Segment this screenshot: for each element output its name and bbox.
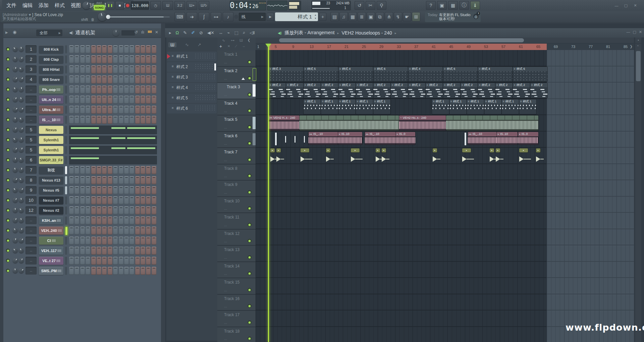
track-options-icon[interactable]: ⋯ bbox=[224, 192, 227, 195]
channel-number[interactable]: 7 bbox=[25, 166, 37, 174]
step-cell[interactable] bbox=[146, 216, 151, 225]
step-cell[interactable] bbox=[135, 86, 140, 94]
step-cell[interactable] bbox=[91, 216, 96, 225]
mini-clip-header[interactable]: ▸ bbox=[433, 148, 437, 152]
step-cell[interactable] bbox=[102, 267, 107, 275]
channel-mute-led[interactable] bbox=[6, 148, 10, 152]
channel-select-indicator[interactable] bbox=[65, 96, 67, 104]
step-cell[interactable] bbox=[97, 45, 101, 53]
channel-select-indicator[interactable] bbox=[65, 126, 67, 134]
tab-patterns[interactable]: Ш bbox=[168, 42, 176, 47]
step-cell[interactable] bbox=[69, 247, 74, 255]
step-cell[interactable] bbox=[108, 267, 112, 275]
timeline-ruler[interactable]: 1591317212529333741454953576165697377818… bbox=[256, 44, 634, 50]
snap-selector[interactable]: 线 ▶ bbox=[239, 13, 266, 21]
scroll-options-button[interactable]: • bbox=[635, 38, 641, 43]
playlist-minimize-button[interactable]: — bbox=[626, 30, 630, 34]
add-pattern-button[interactable]: + bbox=[319, 13, 326, 21]
track-options-icon[interactable]: ⋯ bbox=[224, 110, 227, 113]
step-cell[interactable] bbox=[108, 186, 112, 194]
channel-number[interactable]: 6 bbox=[25, 156, 37, 164]
step-cell[interactable] bbox=[124, 186, 129, 194]
channel-button-Nexus #5[interactable]: Nexus #5 bbox=[39, 186, 63, 194]
track-mute-led[interactable] bbox=[248, 337, 252, 341]
step-cell[interactable] bbox=[124, 267, 129, 275]
channel-select-indicator[interactable] bbox=[65, 267, 67, 275]
save-icon[interactable]: ▣ bbox=[437, 1, 447, 10]
step-cell[interactable] bbox=[74, 216, 79, 225]
track-header-2[interactable]: Track 2⋯ bbox=[217, 67, 256, 83]
channel-mute-led[interactable] bbox=[6, 218, 10, 222]
mini-clip-header[interactable]: ▸ bbox=[490, 148, 494, 152]
channel-pan-knob[interactable] bbox=[13, 258, 18, 263]
minimize-button[interactable]: — bbox=[613, 3, 620, 8]
channel-number[interactable]: 8 bbox=[25, 176, 37, 184]
step-cell[interactable] bbox=[102, 247, 107, 255]
step-cell[interactable] bbox=[86, 55, 90, 63]
step-cell[interactable] bbox=[113, 216, 118, 225]
step-cell[interactable] bbox=[124, 176, 129, 184]
step-cell[interactable] bbox=[108, 86, 112, 94]
step-cell[interactable] bbox=[86, 267, 90, 275]
step-cell[interactable] bbox=[119, 216, 123, 225]
channel-pan-knob[interactable] bbox=[13, 137, 18, 142]
track-header-4[interactable]: Track 4⋯ bbox=[217, 99, 256, 116]
step-cell[interactable] bbox=[146, 55, 151, 63]
step-cell[interactable] bbox=[74, 186, 79, 194]
pattern-selector[interactable]: 样式 1 ▲▼ bbox=[275, 12, 318, 21]
step-cell[interactable] bbox=[119, 257, 123, 265]
channel-number[interactable]: 3 bbox=[25, 65, 37, 73]
channel-mute-led[interactable] bbox=[6, 108, 10, 111]
step-cell[interactable] bbox=[69, 206, 74, 214]
step-cell[interactable] bbox=[135, 106, 140, 114]
step-cell[interactable] bbox=[152, 166, 156, 174]
channel-number[interactable]: -- bbox=[25, 216, 37, 224]
channel-volume-knob[interactable] bbox=[19, 208, 24, 213]
step-cell[interactable] bbox=[119, 76, 123, 84]
rack-play-icon[interactable]: ▶ bbox=[5, 31, 8, 34]
step-cell[interactable] bbox=[74, 116, 79, 124]
channel-volume-knob[interactable] bbox=[19, 67, 24, 72]
track-options-icon[interactable]: ⋯ bbox=[224, 273, 227, 276]
channel-button-Ph..oop[interactable]: Ph..oop bbox=[39, 86, 63, 94]
step-cell[interactable] bbox=[152, 116, 156, 124]
step-cell[interactable] bbox=[146, 45, 151, 53]
channel-number[interactable]: -- bbox=[25, 106, 37, 113]
channel-pan-knob[interactable] bbox=[13, 198, 18, 203]
step-cell[interactable] bbox=[152, 176, 156, 184]
step-cell[interactable] bbox=[108, 227, 112, 235]
channel-mute-led[interactable] bbox=[6, 67, 10, 71]
channel-volume-knob[interactable] bbox=[19, 137, 24, 142]
step-cell[interactable] bbox=[113, 257, 118, 265]
channel-button-VEH..240[interactable]: VEH..240 bbox=[39, 227, 63, 235]
channel-number[interactable]: 5 bbox=[25, 146, 37, 154]
step-cell[interactable] bbox=[69, 106, 74, 114]
step-cell[interactable] bbox=[119, 65, 123, 74]
step-cell[interactable] bbox=[141, 45, 145, 53]
playlist-icon[interactable]: ▤ bbox=[330, 12, 339, 21]
step-cell[interactable] bbox=[135, 227, 140, 235]
pattern-clip[interactable]: ≡样式 2 bbox=[269, 83, 286, 98]
step-cell[interactable] bbox=[102, 106, 107, 114]
step-cell[interactable] bbox=[152, 257, 156, 265]
channel-select-indicator[interactable] bbox=[65, 216, 67, 225]
step-cell[interactable] bbox=[119, 237, 123, 245]
channel-select-indicator[interactable] bbox=[65, 257, 67, 265]
mini-clip-header[interactable]: ▸ bbox=[536, 148, 540, 152]
help-icon[interactable]: ? bbox=[426, 1, 436, 10]
tempo-display[interactable]: 128.000 bbox=[131, 1, 149, 10]
step-cell[interactable] bbox=[86, 116, 90, 124]
step-cell[interactable] bbox=[141, 166, 145, 174]
audio-clip-small[interactable]: ▸▸IS_..10 bbox=[468, 132, 497, 145]
track-tool-icon[interactable]: ⟋ bbox=[235, 44, 237, 48]
pattern-clip[interactable]: ≡样式 2 bbox=[321, 83, 338, 98]
channel-number[interactable]: -- bbox=[25, 116, 37, 124]
step-cell[interactable] bbox=[80, 106, 85, 114]
channel-mute-led[interactable] bbox=[6, 78, 10, 81]
step-cell[interactable] bbox=[69, 196, 74, 204]
step-cell[interactable] bbox=[113, 55, 118, 63]
multilink-icon[interactable]: ʃ bbox=[199, 12, 209, 21]
mini-clip-header[interactable]: ▸ bbox=[301, 148, 309, 152]
channel-button-Nexus[interactable]: Nexus bbox=[39, 126, 63, 134]
channel-button-和弦[interactable]: 和弦 bbox=[39, 166, 63, 174]
